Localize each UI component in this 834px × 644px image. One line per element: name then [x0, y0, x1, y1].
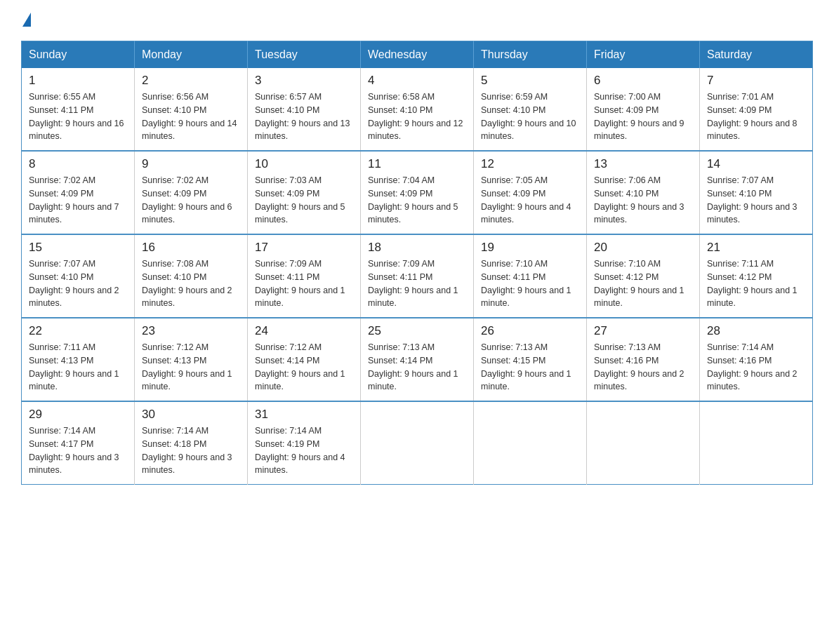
calendar-cell: 17Sunrise: 7:09 AMSunset: 4:11 PMDayligh… [248, 234, 361, 318]
day-info: Sunrise: 7:14 AMSunset: 4:19 PMDaylight:… [255, 424, 353, 477]
calendar-cell: 27Sunrise: 7:13 AMSunset: 4:16 PMDayligh… [587, 318, 700, 401]
calendar-cell: 14Sunrise: 7:07 AMSunset: 4:10 PMDayligh… [700, 151, 813, 234]
calendar-cell: 8Sunrise: 7:02 AMSunset: 4:09 PMDaylight… [22, 151, 135, 234]
day-header-friday: Friday [587, 41, 700, 69]
day-number: 23 [142, 324, 240, 338]
calendar-cell: 29Sunrise: 7:14 AMSunset: 4:17 PMDayligh… [22, 401, 135, 485]
calendar-cell: 23Sunrise: 7:12 AMSunset: 4:13 PMDayligh… [135, 318, 248, 401]
day-info: Sunrise: 6:55 AMSunset: 4:11 PMDaylight:… [29, 90, 127, 143]
calendar-cell: 13Sunrise: 7:06 AMSunset: 4:10 PMDayligh… [587, 151, 700, 234]
calendar-cell: 19Sunrise: 7:10 AMSunset: 4:11 PMDayligh… [474, 234, 587, 318]
day-header-saturday: Saturday [700, 41, 813, 69]
day-info: Sunrise: 7:11 AMSunset: 4:13 PMDaylight:… [29, 341, 127, 394]
calendar-cell: 12Sunrise: 7:05 AMSunset: 4:09 PMDayligh… [474, 151, 587, 234]
day-info: Sunrise: 7:14 AMSunset: 4:17 PMDaylight:… [29, 424, 127, 477]
calendar-cell: 2Sunrise: 6:56 AMSunset: 4:10 PMDaylight… [135, 68, 248, 151]
calendar-cell: 25Sunrise: 7:13 AMSunset: 4:14 PMDayligh… [361, 318, 474, 401]
day-number: 27 [594, 324, 692, 338]
calendar-cell: 4Sunrise: 6:58 AMSunset: 4:10 PMDaylight… [361, 68, 474, 151]
day-number: 14 [707, 157, 805, 171]
day-info: Sunrise: 7:00 AMSunset: 4:09 PMDaylight:… [594, 90, 692, 143]
day-number: 9 [142, 157, 240, 171]
day-number: 28 [707, 324, 805, 338]
day-info: Sunrise: 7:11 AMSunset: 4:12 PMDaylight:… [707, 257, 805, 310]
day-number: 20 [594, 241, 692, 255]
day-number: 8 [29, 157, 127, 171]
calendar-week-row: 1Sunrise: 6:55 AMSunset: 4:11 PMDaylight… [22, 68, 813, 151]
logo-line1 [21, 14, 31, 27]
day-number: 21 [707, 241, 805, 255]
calendar-cell: 18Sunrise: 7:09 AMSunset: 4:11 PMDayligh… [361, 234, 474, 318]
day-number: 25 [368, 324, 466, 338]
day-number: 16 [142, 241, 240, 255]
day-info: Sunrise: 7:12 AMSunset: 4:14 PMDaylight:… [255, 341, 353, 394]
day-info: Sunrise: 7:05 AMSunset: 4:09 PMDaylight:… [481, 174, 579, 227]
calendar-cell: 31Sunrise: 7:14 AMSunset: 4:19 PMDayligh… [248, 401, 361, 485]
day-info: Sunrise: 7:03 AMSunset: 4:09 PMDaylight:… [255, 174, 353, 227]
day-header-tuesday: Tuesday [248, 41, 361, 69]
calendar-week-row: 15Sunrise: 7:07 AMSunset: 4:10 PMDayligh… [22, 234, 813, 318]
calendar-cell: 7Sunrise: 7:01 AMSunset: 4:09 PMDaylight… [700, 68, 813, 151]
calendar-week-row: 8Sunrise: 7:02 AMSunset: 4:09 PMDaylight… [22, 151, 813, 234]
calendar-cell: 15Sunrise: 7:07 AMSunset: 4:10 PMDayligh… [22, 234, 135, 318]
calendar-cell: 11Sunrise: 7:04 AMSunset: 4:09 PMDayligh… [361, 151, 474, 234]
day-number: 24 [255, 324, 353, 338]
day-number: 11 [368, 157, 466, 171]
calendar-cell: 5Sunrise: 6:59 AMSunset: 4:10 PMDaylight… [474, 68, 587, 151]
day-info: Sunrise: 7:08 AMSunset: 4:10 PMDaylight:… [142, 257, 240, 310]
day-number: 17 [255, 241, 353, 255]
calendar-cell: 22Sunrise: 7:11 AMSunset: 4:13 PMDayligh… [22, 318, 135, 401]
day-info: Sunrise: 7:13 AMSunset: 4:14 PMDaylight:… [368, 341, 466, 394]
day-info: Sunrise: 7:09 AMSunset: 4:11 PMDaylight:… [255, 257, 353, 310]
calendar-cell: 20Sunrise: 7:10 AMSunset: 4:12 PMDayligh… [587, 234, 700, 318]
day-info: Sunrise: 7:02 AMSunset: 4:09 PMDaylight:… [142, 174, 240, 227]
calendar-cell: 3Sunrise: 6:57 AMSunset: 4:10 PMDaylight… [248, 68, 361, 151]
calendar-week-row: 22Sunrise: 7:11 AMSunset: 4:13 PMDayligh… [22, 318, 813, 401]
day-info: Sunrise: 7:10 AMSunset: 4:11 PMDaylight:… [481, 257, 579, 310]
day-number: 13 [594, 157, 692, 171]
day-number: 29 [29, 408, 127, 422]
day-number: 10 [255, 157, 353, 171]
calendar-cell: 16Sunrise: 7:08 AMSunset: 4:10 PMDayligh… [135, 234, 248, 318]
calendar-header-row: SundayMondayTuesdayWednesdayThursdayFrid… [22, 41, 813, 69]
calendar-cell [361, 401, 474, 485]
day-header-sunday: Sunday [22, 41, 135, 69]
day-info: Sunrise: 7:14 AMSunset: 4:18 PMDaylight:… [142, 424, 240, 477]
day-number: 15 [29, 241, 127, 255]
day-info: Sunrise: 7:12 AMSunset: 4:13 PMDaylight:… [142, 341, 240, 394]
calendar-cell [587, 401, 700, 485]
logo-triangle-icon [22, 13, 31, 27]
day-number: 30 [142, 408, 240, 422]
calendar-cell: 21Sunrise: 7:11 AMSunset: 4:12 PMDayligh… [700, 234, 813, 318]
day-info: Sunrise: 7:07 AMSunset: 4:10 PMDaylight:… [707, 174, 805, 227]
day-info: Sunrise: 6:57 AMSunset: 4:10 PMDaylight:… [255, 90, 353, 143]
day-number: 3 [255, 74, 353, 88]
day-number: 7 [707, 74, 805, 88]
calendar-cell: 26Sunrise: 7:13 AMSunset: 4:15 PMDayligh… [474, 318, 587, 401]
day-info: Sunrise: 7:07 AMSunset: 4:10 PMDaylight:… [29, 257, 127, 310]
day-number: 2 [142, 74, 240, 88]
day-info: Sunrise: 7:01 AMSunset: 4:09 PMDaylight:… [707, 90, 805, 143]
calendar-cell: 6Sunrise: 7:00 AMSunset: 4:09 PMDaylight… [587, 68, 700, 151]
calendar-week-row: 29Sunrise: 7:14 AMSunset: 4:17 PMDayligh… [22, 401, 813, 485]
calendar-cell: 9Sunrise: 7:02 AMSunset: 4:09 PMDaylight… [135, 151, 248, 234]
day-header-wednesday: Wednesday [361, 41, 474, 69]
day-info: Sunrise: 7:02 AMSunset: 4:09 PMDaylight:… [29, 174, 127, 227]
day-info: Sunrise: 6:59 AMSunset: 4:10 PMDaylight:… [481, 90, 579, 143]
day-header-monday: Monday [135, 41, 248, 69]
calendar-cell [700, 401, 813, 485]
day-info: Sunrise: 7:14 AMSunset: 4:16 PMDaylight:… [707, 341, 805, 394]
day-info: Sunrise: 6:56 AMSunset: 4:10 PMDaylight:… [142, 90, 240, 143]
day-number: 18 [368, 241, 466, 255]
day-number: 5 [481, 74, 579, 88]
day-info: Sunrise: 7:09 AMSunset: 4:11 PMDaylight:… [368, 257, 466, 310]
calendar-cell: 1Sunrise: 6:55 AMSunset: 4:11 PMDaylight… [22, 68, 135, 151]
day-number: 26 [481, 324, 579, 338]
day-number: 19 [481, 241, 579, 255]
logo [21, 14, 31, 27]
day-info: Sunrise: 7:13 AMSunset: 4:15 PMDaylight:… [481, 341, 579, 394]
day-info: Sunrise: 7:10 AMSunset: 4:12 PMDaylight:… [594, 257, 692, 310]
day-info: Sunrise: 7:06 AMSunset: 4:10 PMDaylight:… [594, 174, 692, 227]
calendar-cell: 24Sunrise: 7:12 AMSunset: 4:14 PMDayligh… [248, 318, 361, 401]
calendar-cell [474, 401, 587, 485]
